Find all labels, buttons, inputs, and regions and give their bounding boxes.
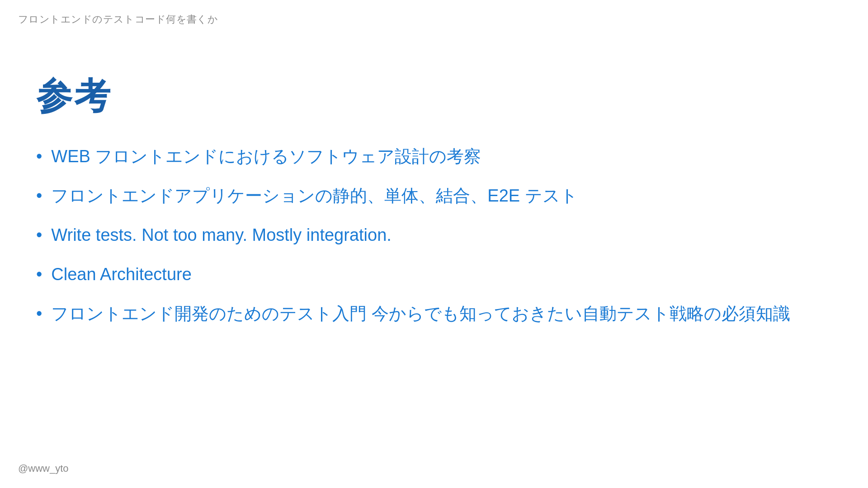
bullet-list: WEB フロントエンドにおけるソフトウェア設計の考察 フロントエンドアプリケーシ… <box>36 144 832 327</box>
bullet-text-5: フロントエンド開発のためのテスト入門 今からでも知っておきたい自動テスト戦略の必… <box>51 301 790 327</box>
bullet-text-4: Clean Architecture <box>51 262 192 287</box>
slide-footer: @www_yto <box>18 463 69 474</box>
list-item[interactable]: フロントエンド開発のためのテスト入門 今からでも知っておきたい自動テスト戦略の必… <box>36 301 832 327</box>
list-item[interactable]: フロントエンドアプリケーションの静的、単体、結合、E2E テスト <box>36 183 832 209</box>
list-item[interactable]: Write tests. Not too many. Mostly integr… <box>36 222 832 248</box>
bullet-text-1: WEB フロントエンドにおけるソフトウェア設計の考察 <box>51 144 481 169</box>
bullet-text-3: Write tests. Not too many. Mostly integr… <box>51 222 392 248</box>
slide-header: フロントエンドのテストコード何を書くか <box>18 13 218 26</box>
bullet-text-2: フロントエンドアプリケーションの静的、単体、結合、E2E テスト <box>51 183 577 209</box>
list-item[interactable]: WEB フロントエンドにおけるソフトウェア設計の考察 <box>36 144 832 169</box>
list-item[interactable]: Clean Architecture <box>36 262 832 287</box>
main-content: 参考 WEB フロントエンドにおけるソフトウェア設計の考察 フロントエンドアプリ… <box>36 72 832 340</box>
section-title: 参考 <box>36 72 832 121</box>
